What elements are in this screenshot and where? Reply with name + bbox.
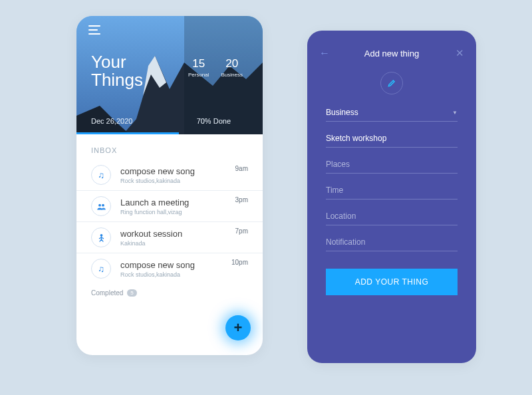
list-item[interactable]: ♫ compose new song Rock studios,kakinada… — [76, 160, 263, 191]
add-your-thing-button[interactable]: ADD YOUR THING — [326, 269, 458, 295]
location-input[interactable]: Location — [326, 211, 458, 225]
list-item-sub: Kakinada — [120, 240, 248, 247]
category-value: Business — [326, 108, 458, 117]
add-fab-button[interactable]: + — [225, 315, 251, 340]
list-item-sub: Rock studios,kakinada — [120, 271, 248, 278]
field-placeholder: Location — [326, 211, 458, 221]
hero-progress-bar — [76, 132, 179, 134]
task-name-input[interactable]: Sketch workshop — [326, 134, 458, 148]
notification-input[interactable]: Notification — [326, 237, 458, 251]
hero-progress-text: 70% Done — [197, 117, 231, 125]
list-item[interactable]: ♫ compose new song Rock studios,kakinada… — [76, 253, 263, 284]
task-value: Sketch workshop — [326, 134, 458, 143]
list-item-time: 9am — [235, 165, 248, 172]
inbox-list: ♫ compose new song Rock studios,kakinada… — [76, 160, 263, 284]
modal-header: ← Add new thing ✕ — [307, 40, 476, 66]
list-item-time: 10pm — [231, 259, 248, 266]
list-item-sub: Rock studios,kakinada — [120, 178, 248, 184]
places-input[interactable]: Places — [326, 160, 458, 174]
people-icon — [91, 196, 111, 216]
list-item-title: workout session — [120, 229, 248, 239]
menu-icon[interactable] — [88, 25, 100, 35]
list-item-sub: Ring function hall,vizag — [120, 209, 248, 215]
stat-personal: 15 Personal — [188, 57, 209, 78]
list-item-title: Launch a meeting — [120, 198, 248, 207]
svg-point-3 — [102, 203, 104, 206]
field-placeholder: Places — [326, 160, 458, 169]
list-item-title: compose new song — [120, 260, 248, 270]
close-icon[interactable]: ✕ — [456, 47, 464, 59]
phone-add-thing: ← Add new thing ✕ Business ▼ Sketch work… — [307, 31, 476, 363]
music-icon: ♫ — [91, 165, 111, 185]
chevron-down-icon: ▼ — [452, 110, 458, 116]
hero-date: Dec 26,2020 — [91, 117, 132, 125]
field-placeholder: Notification — [326, 237, 458, 247]
phone-your-things: Your Things 15 Personal 20 Business Dec … — [76, 16, 263, 355]
edit-icon[interactable] — [380, 72, 403, 94]
list-item[interactable]: workout session Kakinada 7pm — [76, 222, 263, 253]
inbox-label: INBOX — [76, 134, 263, 160]
hero: Your Things 15 Personal 20 Business Dec … — [76, 16, 263, 134]
completed-row[interactable]: Completed 5 — [76, 284, 263, 302]
list-item[interactable]: Launch a meeting Ring function hall,viza… — [76, 191, 263, 222]
list-item-title: compose new song — [120, 166, 248, 176]
list-item-time: 3pm — [235, 196, 248, 203]
person-icon — [91, 227, 111, 247]
field-placeholder: Time — [326, 186, 458, 195]
completed-label: Completed — [91, 289, 123, 297]
list-item-time: 7pm — [235, 227, 248, 235]
stat-business: 20 Business — [221, 57, 243, 78]
modal-title: Add new thing — [364, 49, 419, 59]
completed-count-badge: 5 — [127, 289, 136, 297]
svg-point-2 — [98, 203, 101, 206]
page-title: Your Things — [91, 53, 143, 90]
hero-stats: 15 Personal 20 Business — [188, 57, 243, 78]
time-input[interactable]: Time — [326, 186, 458, 199]
category-select[interactable]: Business ▼ — [326, 108, 458, 122]
music-icon: ♫ — [91, 259, 111, 279]
back-icon[interactable]: ← — [319, 47, 330, 59]
